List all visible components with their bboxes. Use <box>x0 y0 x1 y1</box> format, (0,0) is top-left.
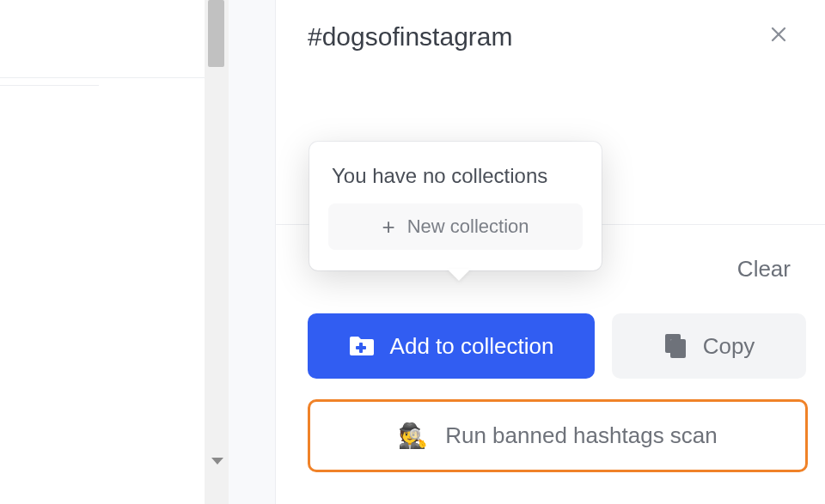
action-row: Add to collection Copy <box>308 313 806 379</box>
left-content-area <box>0 0 205 504</box>
scrollbar-thumb[interactable] <box>208 0 224 67</box>
close-button[interactable] <box>767 22 791 46</box>
copy-button[interactable]: Copy <box>612 313 806 379</box>
new-collection-label: New collection <box>407 216 529 238</box>
left-divider <box>0 77 205 78</box>
svg-rect-6 <box>670 339 686 358</box>
detective-icon: 🕵️ <box>398 422 428 450</box>
copy-label: Copy <box>703 333 755 360</box>
popover-notch <box>447 269 471 281</box>
clear-button[interactable]: Clear <box>737 256 791 282</box>
run-banned-scan-label: Run banned hashtags scan <box>445 422 718 449</box>
collections-popover: You have no collections + New collection <box>309 142 602 270</box>
scrollbar-track[interactable] <box>205 0 229 504</box>
hashtag-title: #dogsofinstagram <box>308 22 512 52</box>
run-banned-scan-button[interactable]: 🕵️ Run banned hashtags scan <box>308 399 808 472</box>
popover-title: You have no collections <box>328 164 583 188</box>
new-collection-button[interactable]: + New collection <box>328 203 583 250</box>
left-divider-short <box>0 85 99 86</box>
plus-icon: + <box>382 216 394 238</box>
svg-rect-3 <box>356 346 366 349</box>
close-icon <box>768 24 789 45</box>
add-to-collection-button[interactable]: Add to collection <box>308 313 595 379</box>
scrollbar-arrow-down-icon[interactable] <box>211 458 223 465</box>
add-to-collection-label: Add to collection <box>390 333 554 360</box>
copy-icon <box>663 333 688 359</box>
folder-plus-icon <box>349 335 375 357</box>
